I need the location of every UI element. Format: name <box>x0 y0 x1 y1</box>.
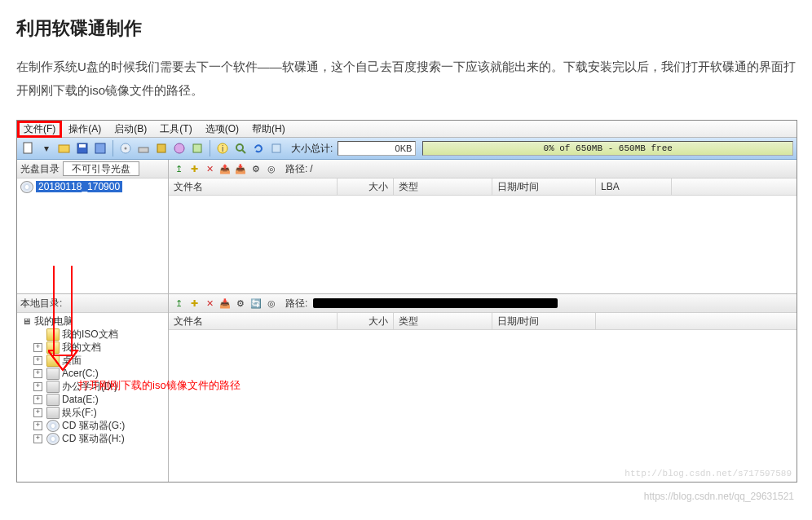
article-heading: 利用软碟通制作 <box>16 16 796 41</box>
col-filename[interactable]: 文件名 <box>169 313 338 329</box>
image-tree[interactable]: 20180118_170900 <box>17 178 168 293</box>
expander-icon[interactable]: + <box>33 382 42 391</box>
expander-icon[interactable]: + <box>33 408 42 417</box>
image-list-body[interactable] <box>169 196 797 293</box>
extract-icon[interactable]: 📤 <box>218 162 232 175</box>
tree-item-label: 我的电脑 <box>34 315 73 328</box>
last-button[interactable] <box>268 140 285 156</box>
capacity-bar: 0% of 650MB - 650MB free <box>422 141 793 156</box>
local-list-header: 文件名 大小 类型 日期/时间 <box>169 313 797 330</box>
dropdown-icon[interactable]: ▾ <box>38 140 55 156</box>
tree-item[interactable]: +办公学习(D:) <box>19 380 166 393</box>
burn-button[interactable] <box>117 140 134 156</box>
checksum-button[interactable] <box>189 140 205 156</box>
save-button[interactable] <box>74 140 90 156</box>
up-icon[interactable]: ↥ <box>172 162 185 175</box>
tree-item-label: 我的文档 <box>62 341 101 355</box>
tree-item[interactable]: +CD 驱动器(G:) <box>19 419 166 432</box>
tree-item[interactable]: +Acer(C:) <box>19 367 166 380</box>
view-icon[interactable]: ◎ <box>265 162 278 175</box>
tree-item[interactable]: 我的ISO文档 <box>19 328 166 341</box>
path-label: 路径: <box>285 162 307 176</box>
compress-button[interactable] <box>153 140 170 156</box>
find-button[interactable] <box>232 140 249 156</box>
saveas-button[interactable] <box>92 140 108 156</box>
path-label: 路径: <box>285 297 307 311</box>
expander-icon[interactable]: + <box>33 434 42 443</box>
drive-icon <box>46 407 60 419</box>
local-tree[interactable]: 我的电脑我的ISO文档+我的文档+桌面+Acer(C:)+办公学习(D:)+Da… <box>17 313 168 482</box>
up-icon[interactable]: ↥ <box>172 297 185 310</box>
tree-item[interactable]: +我的文档 <box>19 341 166 354</box>
tree-item-label: 桌面 <box>62 354 82 368</box>
image-list-header: 文件名 大小 类型 日期/时间 LBA <box>169 178 797 196</box>
props-icon[interactable]: ⚙ <box>234 297 247 310</box>
menu-file[interactable]: 文件(F) <box>17 121 62 138</box>
new-button[interactable] <box>20 140 37 156</box>
tree-item-label: 娱乐(F:) <box>62 406 97 420</box>
path-redacted <box>313 298 558 308</box>
col-filename[interactable]: 文件名 <box>169 178 338 195</box>
delete-icon[interactable]: ✕ <box>203 162 216 175</box>
menu-options[interactable]: 选项(O) <box>199 121 245 138</box>
newfolder-icon[interactable]: ✚ <box>188 297 201 310</box>
tree-item-label: CD 驱动器(G:) <box>62 419 125 433</box>
col-lba[interactable]: LBA <box>596 178 672 195</box>
local-list-body[interactable]: http://blog.csdn.net/s717597589 <box>169 330 797 482</box>
expander-icon[interactable]: + <box>33 421 42 430</box>
size-total-label: 大小总计: <box>291 142 333 156</box>
refresh-icon[interactable]: 🔄 <box>249 297 263 310</box>
info-button[interactable]: i <box>214 140 231 156</box>
col-type[interactable]: 类型 <box>394 313 492 329</box>
col-date[interactable]: 日期/时间 <box>492 313 596 329</box>
tree-item[interactable]: +桌面 <box>19 354 166 367</box>
image-tree-pane: 光盘目录 不可引导光盘 20180118_170900 <box>17 160 169 293</box>
tree-item[interactable]: 我的电脑 <box>19 315 166 328</box>
image-tree-header: 光盘目录 不可引导光盘 <box>17 160 168 178</box>
refresh-button[interactable] <box>250 140 267 156</box>
boot-type-dropdown[interactable]: 不可引导光盘 <box>63 161 139 176</box>
expander-icon[interactable]: + <box>33 395 42 404</box>
svg-text:i: i <box>222 144 223 153</box>
verify-button[interactable] <box>171 140 188 156</box>
tree-item[interactable]: +Data(E:) <box>19 393 166 406</box>
tree-item-label: CD 驱动器(H:) <box>62 432 125 446</box>
menu-tools[interactable]: 工具(T) <box>153 121 198 138</box>
watermark-outer: https://blog.csdn.net/qq_29631521 <box>16 491 796 502</box>
tree-item-label: Acer(C:) <box>62 368 99 379</box>
tree-item-label: Data(E:) <box>62 394 99 405</box>
mount-button[interactable] <box>135 140 152 156</box>
add-icon[interactable]: 📥 <box>234 162 247 175</box>
svg-rect-1 <box>59 145 69 152</box>
col-size[interactable]: 大小 <box>338 313 394 329</box>
col-size[interactable]: 大小 <box>338 178 394 195</box>
local-file-toolbar: ↥ ✚ ✕ 📥 ⚙ 🔄 ◎ 路径: <box>169 294 797 313</box>
view-icon[interactable]: ◎ <box>265 297 278 310</box>
expander-icon[interactable]: + <box>33 343 42 352</box>
svg-point-13 <box>236 144 243 151</box>
tree-root[interactable]: 20180118_170900 <box>19 180 166 193</box>
menu-help[interactable]: 帮助(H) <box>245 121 292 138</box>
expander-icon[interactable]: + <box>33 356 42 365</box>
local-tree-header: 本地目录: <box>17 294 168 313</box>
delete-icon[interactable]: ✕ <box>203 297 216 310</box>
menu-action[interactable]: 操作(A) <box>62 121 108 138</box>
add-icon[interactable]: 📥 <box>218 297 232 310</box>
props-icon[interactable]: ⚙ <box>249 162 263 175</box>
lower-split: 本地目录: 我的电脑我的ISO文档+我的文档+桌面+Acer(C:)+办公学习(… <box>17 294 797 482</box>
open-button[interactable] <box>56 140 73 156</box>
menu-boot[interactable]: 启动(B) <box>108 121 153 138</box>
svg-rect-4 <box>95 143 105 153</box>
folder-icon <box>46 342 60 354</box>
folder-icon <box>46 328 60 341</box>
tree-item[interactable]: +CD 驱动器(H:) <box>19 432 166 445</box>
col-type[interactable]: 类型 <box>394 178 492 195</box>
col-date[interactable]: 日期/时间 <box>492 178 596 195</box>
drive-icon <box>46 381 60 393</box>
tree-item[interactable]: +娱乐(F:) <box>19 406 166 419</box>
svg-rect-3 <box>79 144 86 148</box>
separator <box>113 140 113 156</box>
newfolder-icon[interactable]: ✚ <box>188 162 201 175</box>
expander-icon[interactable]: + <box>33 369 42 378</box>
main-toolbar: ▾ i 大小总计: 0KB 0% of 650MB - 650MB free <box>17 138 797 160</box>
